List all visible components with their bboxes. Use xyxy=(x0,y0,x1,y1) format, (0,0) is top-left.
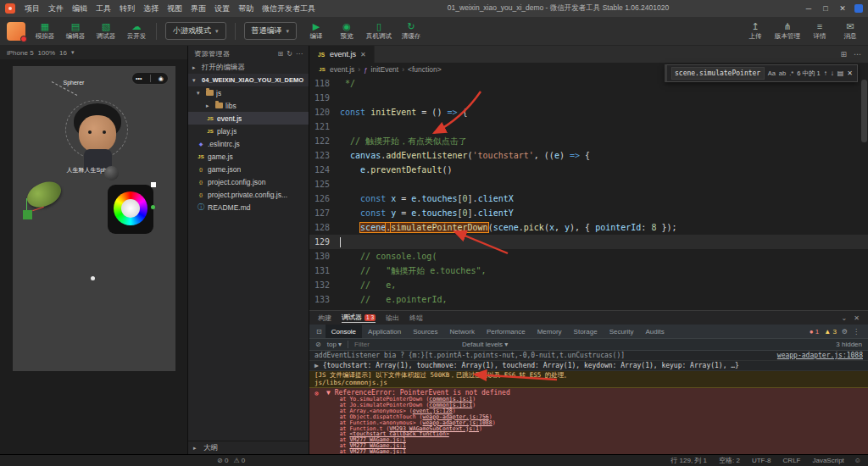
menu-item[interactable]: 帮助 xyxy=(234,3,258,14)
language-mode[interactable]: JavaScript xyxy=(812,457,843,464)
code-editor[interactable]: 118 */119120const initEvent = () => {121… xyxy=(309,76,868,310)
match-case-toggle[interactable]: Aa xyxy=(768,69,776,77)
game-mode-select[interactable]: 小游戏模式 ▾ xyxy=(165,22,226,40)
project-action-button[interactable]: ✉消息 xyxy=(839,21,861,41)
panel-toggle-button[interactable]: ▧调试器 xyxy=(95,21,117,41)
project-action-button[interactable]: ↥上传 xyxy=(744,21,766,41)
gear-icon[interactable]: ⚙ xyxy=(842,328,848,336)
menu-item[interactable]: 设置 xyxy=(210,3,234,14)
devtools-tab-performance[interactable]: Performance xyxy=(481,325,531,338)
game-preview-canvas[interactable]: ••• ◉ Spherer 人生释人生Sphe xyxy=(13,66,175,371)
source-link[interactable]: weapp-adapter.js:1088 xyxy=(777,352,863,359)
picker-handle[interactable] xyxy=(151,182,156,187)
new-file-icon[interactable]: ⊞ xyxy=(278,50,284,58)
clear-console-icon[interactable]: ⊘ xyxy=(315,341,321,348)
tree-item[interactable]: {}game.json xyxy=(188,163,309,175)
network-select[interactable]: 16 xyxy=(59,49,67,57)
console-object-row[interactable]: ▶ {touchstart: Array(1), touchmove: Arra… xyxy=(309,361,868,371)
more-icon[interactable]: ⋯ xyxy=(854,50,861,58)
refresh-icon[interactable]: ↻ xyxy=(287,50,292,58)
find-input[interactable] xyxy=(671,67,765,80)
whole-word-toggle[interactable]: ab xyxy=(779,69,786,77)
compile-mode-select[interactable]: 普通编译 ▾ xyxy=(244,22,298,40)
tree-item[interactable]: JSevent.js xyxy=(188,112,309,125)
tree-item[interactable]: ◆.eslintrc.js xyxy=(188,137,309,150)
more-icon[interactable]: ⋯ xyxy=(296,50,303,58)
tree-item[interactable]: JSgame.js xyxy=(188,150,309,163)
open-editors-section[interactable]: ▸ 打开的编辑器 xyxy=(188,61,309,74)
warning-count[interactable]: ▲ 3 xyxy=(824,328,837,336)
expand-triangle-icon[interactable]: ▶ xyxy=(314,362,323,369)
panel-toggle-button[interactable]: ▦模拟器 xyxy=(34,21,56,41)
tree-item[interactable]: ▾js xyxy=(188,86,309,99)
panel-toggle-button[interactable]: ☁云开发 xyxy=(125,21,147,41)
tree-item[interactable]: ▸libs xyxy=(188,99,309,112)
menu-item[interactable]: 工具 xyxy=(92,3,115,14)
breadcrumb-file[interactable]: event.js xyxy=(330,65,354,74)
menu-item[interactable]: 微信开发者工具 xyxy=(258,3,320,14)
log-level-select[interactable]: Default levels ▾ xyxy=(462,341,508,348)
cursor-position[interactable]: 行 129, 列 1 xyxy=(670,456,707,465)
menu-item[interactable]: 转到 xyxy=(115,3,139,14)
more-dots-icon[interactable]: ••• xyxy=(136,75,142,81)
device-select[interactable]: iPhone 5 xyxy=(7,49,34,57)
tab-event-js[interactable]: JS event.js ✕ xyxy=(309,46,375,63)
find-in-selection-icon[interactable]: ▤ xyxy=(837,69,844,77)
devtools-tab-memory[interactable]: Memory xyxy=(531,325,568,338)
split-editor-icon[interactable]: ⊞ xyxy=(840,50,847,58)
encoding[interactable]: UTF-8 xyxy=(752,457,771,464)
breadcrumb-function[interactable]: <function> xyxy=(408,65,442,74)
maximize-icon[interactable]: □ xyxy=(821,4,831,13)
user-avatar[interactable] xyxy=(7,22,25,41)
console-output[interactable]: addEventListener bia ? {m:}[t.pointA-t.p… xyxy=(309,351,868,454)
project-action-button[interactable]: ⋔版本管理 xyxy=(775,21,800,41)
project-action-button[interactable]: ≡详情 xyxy=(809,21,831,41)
menu-item[interactable]: 视图 xyxy=(163,3,186,14)
close-icon[interactable]: ✕ xyxy=(847,69,853,77)
color-wheel[interactable] xyxy=(114,191,147,225)
compile-action-button[interactable]: ◉预览 xyxy=(336,21,358,41)
panel-tab-构建[interactable]: 构建 xyxy=(318,313,331,323)
color-picker-panel[interactable] xyxy=(108,185,153,234)
tree-item[interactable]: {}project.config.json xyxy=(188,175,309,188)
panel-toggle-button[interactable]: ▤编辑器 xyxy=(64,21,86,41)
close-panel-icon[interactable]: ✕ xyxy=(854,314,860,322)
menu-item[interactable]: 文件 xyxy=(44,3,68,14)
previous-match-icon[interactable]: ↑ xyxy=(824,69,827,77)
panel-tab-输出[interactable]: 输出 xyxy=(386,313,399,323)
zoom-select[interactable]: 100% xyxy=(38,49,55,57)
editor-scrollbar[interactable] xyxy=(861,80,867,142)
stack-link[interactable]: VM277 WAGame.js:1 xyxy=(349,448,406,454)
problems-indicator[interactable]: ⊘ 0 ⚠ 0 xyxy=(217,457,245,464)
regex-toggle[interactable]: .* xyxy=(789,69,793,77)
feedback-smiley-icon[interactable]: ☺ xyxy=(854,457,861,464)
devtools-tab-storage[interactable]: Storage xyxy=(568,325,604,338)
breadcrumb-symbol[interactable]: initEvent xyxy=(371,65,399,74)
compile-action-button[interactable]: ▶编译 xyxy=(305,21,327,41)
console-filter-input[interactable] xyxy=(354,341,456,348)
compile-action-button[interactable]: ▯真机调试 xyxy=(366,21,392,41)
close-icon[interactable]: ✕ xyxy=(837,4,848,13)
wechat-capsule-button[interactable]: ••• ◉ xyxy=(131,72,169,85)
menu-item[interactable]: 项目 xyxy=(20,3,44,14)
tree-item[interactable]: JSplay.js xyxy=(188,125,309,137)
panel-tab-调试器[interactable]: 调试器1 3 xyxy=(342,313,376,323)
exit-circle-icon[interactable]: ◉ xyxy=(159,75,164,82)
device-toolbar-icon[interactable]: ⊡ xyxy=(313,328,326,336)
context-select[interactable]: top ▾ xyxy=(327,341,342,348)
devtools-tab-audits[interactable]: Audits xyxy=(640,325,670,338)
close-icon[interactable]: ✕ xyxy=(360,51,366,58)
outline-section[interactable]: ▸ 大纲 xyxy=(188,441,309,454)
menu-item[interactable]: 界面 xyxy=(186,3,210,14)
project-root-section[interactable]: ▾ 04_WEIXIN_XIAO_YOU_XI_DEMO xyxy=(188,74,309,86)
devtools-tab-application[interactable]: Application xyxy=(362,325,407,338)
error-count[interactable]: ● 1 xyxy=(810,328,820,336)
devtools-tab-sources[interactable]: Sources xyxy=(407,325,443,338)
indentation[interactable]: 空格: 2 xyxy=(719,456,740,465)
devtools-tab-security[interactable]: Security xyxy=(604,325,640,338)
collapse-panel-icon[interactable]: ⌄ xyxy=(842,314,848,322)
compile-action-button[interactable]: ↻清缓存 xyxy=(400,21,422,41)
menu-item[interactable]: 选择 xyxy=(139,3,163,14)
devtools-tab-network[interactable]: Network xyxy=(444,325,481,338)
minimize-icon[interactable]: ─ xyxy=(804,4,814,13)
